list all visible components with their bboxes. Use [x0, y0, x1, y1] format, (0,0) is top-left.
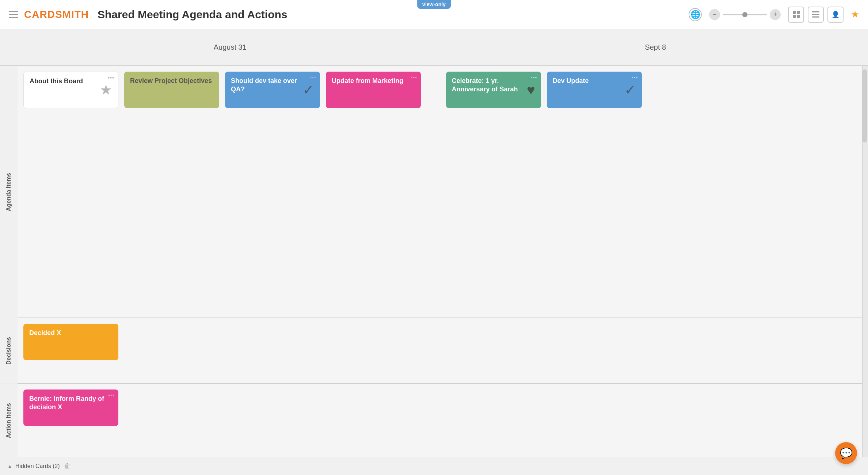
row-label-agenda: Agenda Items [0, 66, 18, 318]
header: view-only CARDSMITH Shared Meeting Agend… [0, 0, 868, 29]
card-marketing-update[interactable]: ••• Update from Marketing [326, 72, 421, 108]
logo[interactable]: CARDSMITH [24, 9, 89, 20]
heart-icon: ♥ [527, 82, 535, 98]
list-icon [812, 11, 819, 18]
board-column-sep8: ••• Celebrate: 1 yr. Anniversary of Sara… [440, 66, 863, 457]
zoom-out-button[interactable]: − [709, 9, 720, 20]
board-cell-agenda-sep8: ••• Celebrate: 1 yr. Anniversary of Sara… [440, 66, 863, 318]
grid-icon [793, 11, 800, 18]
card-menu-dots[interactable]: ••• [108, 392, 115, 398]
hamburger-menu-icon[interactable] [9, 11, 18, 18]
card-about-board[interactable]: ••• About this Board ★ [23, 72, 118, 108]
profile-view-button[interactable]: 👤 [827, 7, 844, 23]
view-icons: 👤 [788, 7, 844, 23]
col-header-sep8: Sept 8 [443, 29, 868, 65]
board-cell-actions-sep8 [440, 384, 863, 457]
card-menu-dots[interactable]: ••• [411, 75, 417, 80]
checkmark-icon: ✓ [302, 82, 314, 98]
card-menu-dots[interactable]: ••• [531, 75, 537, 80]
board-title: Shared Meeting Agenda and Actions [98, 8, 288, 21]
view-only-badge: view-only [417, 0, 451, 9]
card-text: Update from Marketing [332, 77, 415, 85]
star-card-icon: ★ [100, 82, 112, 98]
row-label-actions: Action Items [0, 384, 18, 457]
card-decided-x[interactable]: ••• Decided X [23, 324, 118, 360]
grid-view-button[interactable] [788, 7, 804, 23]
board-grid: ••• About this Board ★ ••• Review Projec… [18, 66, 862, 457]
col-header-aug31: August 31 [18, 29, 443, 65]
board-cell-actions-aug31: ••• Bernie: Inform Randy of decision X [18, 384, 440, 457]
scrollbar-track[interactable] [862, 66, 868, 457]
board-area: August 31 Sept 8 ••• About this Board [18, 29, 868, 457]
zoom-control: − + [709, 9, 781, 20]
card-text: Dev Update [553, 77, 621, 85]
card-menu-dots[interactable]: ••• [108, 75, 114, 81]
card-text: Should dev take over QA? [231, 77, 300, 94]
card-menu-dots[interactable]: ••• [310, 75, 316, 80]
zoom-in-button[interactable]: + [770, 9, 781, 20]
board-scroll[interactable]: ••• About this Board ★ ••• Review Projec… [18, 66, 868, 457]
board-column-aug31: ••• About this Board ★ ••• Review Projec… [18, 66, 440, 457]
footer: ▲ Hidden Cards (2) 🗑 [0, 457, 868, 475]
star-icon[interactable]: ★ [851, 9, 859, 20]
card-dev-qa[interactable]: ••• Should dev take over QA? ✓ [225, 72, 320, 108]
row-label-decisions: Decisions [0, 318, 18, 384]
row-label-spacer [0, 29, 18, 66]
card-text: About this Board [30, 77, 97, 86]
row-labels: Agenda Items Decisions Action Items [0, 29, 18, 457]
card-menu-dots[interactable]: ••• [108, 327, 115, 332]
hidden-cards-button[interactable]: ▲ Hidden Cards (2) [7, 463, 60, 470]
zoom-slider[interactable] [723, 14, 767, 15]
checkmark-icon: ✓ [624, 82, 636, 98]
globe-icon[interactable]: 🌐 [689, 8, 702, 21]
chat-button[interactable]: 💬 [835, 442, 857, 464]
card-bernie-action[interactable]: ••• Bernie: Inform Randy of decision X [23, 390, 118, 426]
card-text: Review Project Objectives [130, 77, 213, 85]
header-right: 🌐 − + 👤 ★ [689, 7, 859, 23]
scrollbar-thumb[interactable] [863, 69, 867, 142]
trash-icon[interactable]: 🗑 [64, 462, 71, 470]
card-text: Bernie: Inform Randy of decision X [29, 395, 113, 412]
list-view-button[interactable] [808, 7, 824, 23]
board-cell-decisions-sep8 [440, 318, 863, 384]
board-cell-decisions-aug31: ••• Decided X [18, 318, 440, 384]
card-celebrate[interactable]: ••• Celebrate: 1 yr. Anniversary of Sara… [446, 72, 541, 108]
board-cell-agenda-aug31: ••• About this Board ★ ••• Review Projec… [18, 66, 440, 318]
card-text: Decided X [29, 329, 113, 337]
main-area: Agenda Items Decisions Action Items Augu… [0, 29, 868, 457]
chat-icon: 💬 [840, 447, 853, 459]
chevron-up-icon: ▲ [7, 463, 12, 469]
card-menu-dots[interactable]: ••• [632, 75, 638, 80]
card-text: Celebrate: 1 yr. Anniversary of Sarah [452, 77, 524, 94]
card-dev-update[interactable]: ••• Dev Update ✓ [547, 72, 642, 108]
hidden-cards-label: Hidden Cards (2) [15, 463, 60, 470]
card-review-objectives[interactable]: ••• Review Project Objectives [124, 72, 219, 108]
card-menu-dots[interactable]: ••• [209, 75, 216, 80]
header-left: CARDSMITH Shared Meeting Agenda and Acti… [9, 8, 288, 21]
zoom-slider-thumb[interactable] [742, 12, 747, 17]
column-headers: August 31 Sept 8 [18, 29, 868, 66]
